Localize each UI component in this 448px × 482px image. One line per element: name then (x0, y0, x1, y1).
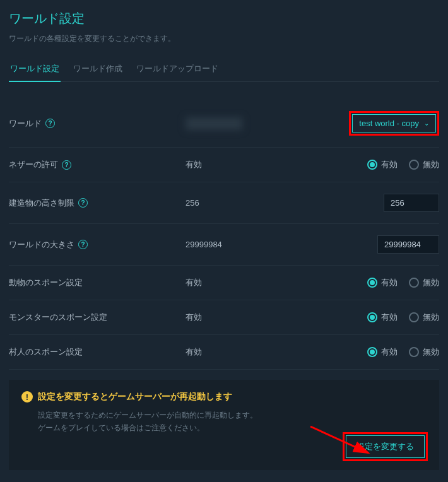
radio-label: 有効 (381, 277, 398, 288)
row-monster-spawn: モンスターのスポーン設定 有効 有効 無効 (9, 300, 439, 335)
radio-nether-enabled[interactable]: 有効 (367, 159, 398, 170)
label-world: ワールド (9, 118, 42, 129)
radio-label: 無効 (423, 312, 439, 323)
world-dropdown[interactable]: test world - copy ⌄ (352, 114, 436, 132)
radio-label: 有効 (381, 159, 398, 170)
radio-label: 無効 (423, 159, 439, 170)
chevron-down-icon: ⌄ (424, 120, 429, 127)
row-nether: ネザーの許可 ? 有効 有効 無効 (9, 148, 439, 182)
tab-world-settings[interactable]: ワールド設定 (9, 58, 61, 82)
world-size-current: 29999984 (186, 240, 286, 249)
label-world-size: ワールドの大きさ (9, 239, 74, 250)
radio-villager-enabled[interactable]: 有効 (367, 346, 398, 358)
page-title: ワールド設定 (9, 10, 439, 27)
world-size-input[interactable] (377, 235, 439, 254)
row-world: ワールド ? test world - copy ⌄ (9, 100, 439, 148)
animal-spawn-current: 有効 (186, 277, 286, 288)
warning-line1: 設定変更をするためにゲームサーバーが自動的に再起動します。 (38, 409, 427, 421)
highlight-world-dropdown: test world - copy ⌄ (349, 111, 439, 136)
nether-current: 有効 (186, 159, 286, 170)
label-monster-spawn: モンスターのスポーン設定 (9, 312, 107, 323)
help-icon[interactable]: ? (78, 198, 88, 208)
tab-world-create[interactable]: ワールド作成 (72, 58, 124, 81)
radio-label: 有効 (381, 312, 398, 323)
monster-spawn-current: 有効 (186, 312, 286, 323)
radio-animal-enabled[interactable]: 有効 (367, 277, 398, 288)
row-build-height: 建造物の高さ制限 ? 256 (9, 182, 439, 224)
build-height-input[interactable] (384, 194, 439, 212)
warning-icon: ! (21, 391, 33, 403)
radio-monster-enabled[interactable]: 有効 (367, 312, 398, 323)
tabs: ワールド設定 ワールド作成 ワールドアップロード (9, 58, 439, 82)
radio-label: 無効 (423, 277, 439, 288)
help-icon[interactable]: ? (45, 119, 55, 128)
page-description: ワールドの各種設定を変更することができます。 (9, 33, 439, 44)
submit-button[interactable]: 設定を変更する (346, 435, 425, 458)
warning-title-text: 設定を変更するとゲームサーバーが再起動します (38, 391, 232, 403)
tab-world-upload[interactable]: ワールドアップロード (135, 58, 220, 81)
radio-label: 有効 (381, 346, 398, 358)
radio-villager-disabled[interactable]: 無効 (409, 346, 439, 358)
help-icon[interactable]: ? (62, 160, 71, 170)
label-villager-spawn: 村人のスポーン設定 (9, 346, 83, 358)
radio-animal-disabled[interactable]: 無効 (409, 277, 439, 288)
radio-nether-disabled[interactable]: 無効 (409, 159, 439, 170)
warning-box: ! 設定を変更するとゲームサーバーが再起動します 設定変更をするためにゲームサー… (9, 380, 439, 470)
world-dropdown-value: test world - copy (359, 119, 419, 128)
build-height-current: 256 (186, 198, 286, 208)
row-animal-spawn: 動物のスポーン設定 有効 有効 無効 (9, 266, 439, 300)
radio-label: 無効 (423, 346, 439, 358)
row-world-size: ワールドの大きさ ? 29999984 (9, 224, 439, 266)
radio-monster-disabled[interactable]: 無効 (409, 312, 439, 323)
highlight-submit: 設定を変更する (343, 432, 428, 461)
label-nether: ネザーの許可 (9, 159, 58, 170)
row-villager-spawn: 村人のスポーン設定 有効 有効 無効 (9, 335, 439, 370)
label-animal-spawn: 動物のスポーン設定 (9, 277, 83, 288)
help-icon[interactable]: ? (78, 240, 88, 249)
label-build-height: 建造物の高さ制限 (9, 197, 74, 209)
world-current-blurred (186, 117, 242, 130)
villager-spawn-current: 有効 (186, 346, 286, 358)
